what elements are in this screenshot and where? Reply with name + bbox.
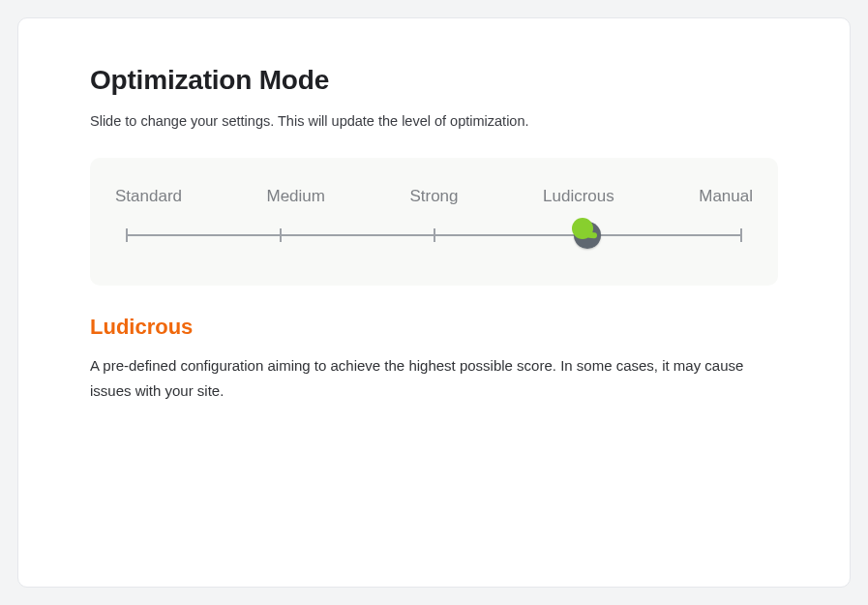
slider-track[interactable] [115,224,753,247]
slider-tick [740,228,742,242]
page-title: Optimization Mode [90,65,778,96]
slider-labels: Standard Medium Strong Ludicrous Manual [115,187,753,206]
slider-option-manual[interactable]: Manual [699,187,753,206]
slider-option-strong[interactable]: Strong [409,187,458,206]
slider-tick [280,228,282,242]
slider-handle-pointer-icon [587,231,598,238]
slider-tick [434,228,435,242]
page-subtitle: Slide to change your settings. This will… [90,113,778,129]
slider-option-standard[interactable]: Standard [115,187,182,206]
slider-handle[interactable] [574,222,601,249]
slider-panel: Standard Medium Strong Ludicrous Manual [90,158,778,286]
slider-option-ludicrous[interactable]: Ludicrous [543,187,614,206]
slider-option-medium[interactable]: Medium [266,187,324,206]
selected-mode-description: A pre-defined configuration aiming to ac… [90,353,778,405]
optimization-mode-card: Optimization Mode Slide to change your s… [17,17,851,588]
selected-mode-title: Ludicrous [90,315,778,340]
slider-tick [126,228,128,242]
